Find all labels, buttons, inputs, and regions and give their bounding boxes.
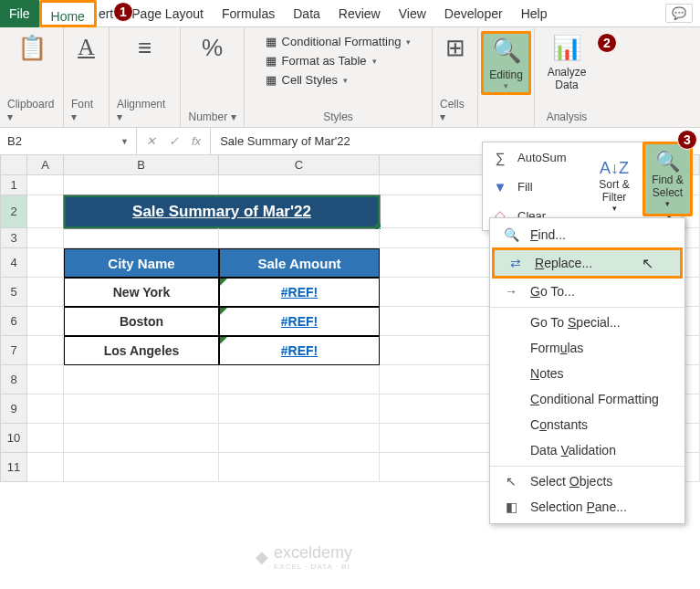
cell-styles-button[interactable]: ▦ Cell Styles ▾ [266, 73, 412, 87]
label-analysis: Analysis [547, 109, 588, 125]
amount-cell[interactable]: #REF! [219, 307, 380, 336]
menu-developer[interactable]: Developer [435, 0, 512, 27]
error-indicator-icon[interactable] [220, 279, 227, 286]
cell[interactable] [27, 248, 64, 278]
analyze-data-button[interactable]: 📊Analyze Data [542, 31, 592, 93]
cell[interactable] [219, 394, 380, 424]
cell[interactable] [27, 278, 64, 307]
select-all-button[interactable] [0, 155, 27, 175]
col-header-b[interactable]: B [64, 155, 219, 175]
cell[interactable] [64, 228, 219, 248]
sigma-icon: ∑ [492, 150, 508, 165]
enter-icon[interactable]: ✓ [169, 134, 179, 148]
search-icon: 🔍 [503, 227, 519, 242]
replace-icon: ⇄ [507, 256, 524, 270]
menu-view[interactable]: View [390, 0, 435, 27]
cells-button[interactable]: ⊞ [440, 31, 471, 68]
row-header-8[interactable]: 8 [0, 365, 27, 394]
row-header-5[interactable]: 5 [0, 278, 27, 307]
menu-constants[interactable]: Constants [490, 412, 684, 437]
row-header-2[interactable]: 2 [0, 195, 27, 228]
comments-button[interactable]: 💬 [665, 4, 693, 23]
menu-goto-special[interactable]: Go To Special... [490, 307, 684, 335]
format-as-table-button[interactable]: ▦ Format as Table ▾ [266, 54, 412, 68]
row-header-4[interactable]: 4 [0, 248, 27, 278]
error-indicator-icon[interactable] [220, 337, 227, 344]
clipboard-icon: 📋 [17, 33, 47, 62]
cell[interactable] [27, 453, 64, 482]
menu-review[interactable]: Review [329, 0, 390, 27]
cell[interactable] [219, 365, 380, 394]
cell[interactable] [64, 453, 219, 482]
cell[interactable] [27, 336, 64, 365]
cell[interactable] [219, 453, 380, 482]
cell[interactable] [27, 394, 64, 424]
name-box[interactable]: B2▼ [0, 128, 137, 154]
title-cell[interactable]: Sale Summary of Mar'22 [64, 195, 380, 228]
table-icon: ▦ [266, 54, 277, 68]
header-city[interactable]: City Name [64, 248, 219, 278]
menu-goto[interactable]: →Go To... [490, 279, 684, 304]
menu-file[interactable]: File [0, 0, 39, 27]
find-select-button[interactable]: 🔍 Find & Select▾ [643, 142, 693, 216]
cancel-icon[interactable]: ✕ [146, 134, 156, 148]
row-header-3[interactable]: 3 [0, 228, 27, 248]
menu-find[interactable]: 🔍Find... [490, 222, 684, 247]
menu-home[interactable]: Home [39, 0, 97, 27]
col-header-c[interactable]: C [219, 155, 380, 175]
error-indicator-icon[interactable] [220, 308, 227, 315]
alignment-button[interactable]: ≡ [132, 31, 157, 68]
menu-formulas[interactable]: Formulas [490, 335, 684, 361]
menu-formulas[interactable]: Formulas [213, 0, 284, 27]
menu-page-layout[interactable]: Page Layout [122, 0, 213, 27]
row-header-9[interactable]: 9 [0, 394, 27, 424]
number-button[interactable]: % [196, 31, 228, 68]
menu-data-validation[interactable]: Data Validation [490, 437, 684, 463]
font-button[interactable]: A [72, 31, 100, 68]
row-header-10[interactable]: 10 [0, 424, 27, 453]
cell[interactable] [64, 424, 219, 453]
magnifier-icon: 🔍 [655, 150, 680, 174]
cells-icon: ⊞ [445, 33, 465, 62]
row-header-7[interactable]: 7 [0, 336, 27, 365]
menu-notes[interactable]: Notes [490, 361, 684, 386]
amount-cell[interactable]: #REF! [219, 278, 380, 307]
header-amount[interactable]: Sale Amount [219, 248, 380, 278]
row-header-11[interactable]: 11 [0, 453, 27, 482]
amount-cell[interactable]: #REF! [219, 336, 380, 365]
menu-conditional-formatting[interactable]: Conditional Formatting [490, 386, 684, 412]
group-analysis: 📊Analyze Data Analysis [535, 27, 599, 127]
cursor-icon: ↖ [642, 255, 653, 272]
cell[interactable] [64, 394, 219, 424]
cell[interactable] [27, 175, 64, 195]
cell[interactable] [27, 195, 64, 228]
city-cell[interactable]: Boston [64, 307, 219, 336]
cell[interactable] [27, 228, 64, 248]
clipboard-button[interactable]: 📋 [12, 31, 52, 68]
chevron-down-icon[interactable]: ▼ [120, 137, 129, 146]
conditional-formatting-button[interactable]: ▦ Conditional Formatting ▾ [266, 35, 412, 48]
menu-help[interactable]: Help [512, 0, 557, 27]
menu-data[interactable]: Data [284, 0, 329, 27]
cell[interactable] [27, 307, 64, 336]
cell[interactable] [219, 175, 380, 195]
menu-replace[interactable]: ⇄Replace...↖ [495, 250, 680, 276]
col-header-a[interactable]: A [27, 155, 64, 175]
percent-icon: % [202, 33, 223, 62]
cell[interactable] [27, 365, 64, 394]
row-header-1[interactable]: 1 [0, 175, 27, 195]
menu-selection-pane[interactable]: ◧Selection Pane... [490, 494, 684, 520]
city-cell[interactable]: New York [64, 278, 219, 307]
group-clipboard: 📋 Clipboard ▾ [0, 27, 64, 127]
row-header-6[interactable]: 6 [0, 307, 27, 336]
editing-button[interactable]: 🔍Editing▾ [481, 31, 531, 95]
cell[interactable] [219, 424, 380, 453]
city-cell[interactable]: Los Angeles [64, 336, 219, 365]
cell[interactable] [219, 228, 380, 248]
fx-icon[interactable]: fx [192, 134, 201, 148]
sort-filter-button[interactable]: A↓Z Sort & Filter▾ [592, 159, 636, 213]
menu-select-objects[interactable]: ↖Select Objects [490, 466, 684, 494]
cell[interactable] [64, 175, 219, 195]
cell[interactable] [27, 424, 64, 453]
cell[interactable] [64, 365, 219, 394]
